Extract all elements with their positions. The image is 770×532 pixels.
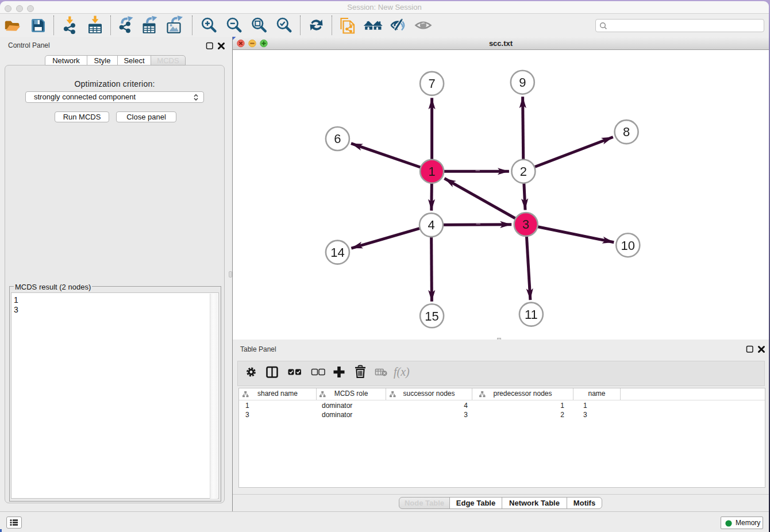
svg-text:14: 14 [330,245,344,260]
svg-text:11: 11 [525,307,538,322]
svg-text:2: 2 [520,164,527,179]
svg-text:15: 15 [425,309,438,323]
svg-text:10: 10 [621,238,635,253]
svg-text:3: 3 [522,217,529,232]
svg-text:7: 7 [428,76,435,91]
svg-text:8: 8 [623,125,630,139]
svg-text:9: 9 [519,75,526,90]
svg-text:4: 4 [428,218,434,232]
svg-text:6: 6 [334,132,341,146]
svg-text:1: 1 [428,164,435,179]
svg-text:f(x): f(x) [394,365,410,379]
